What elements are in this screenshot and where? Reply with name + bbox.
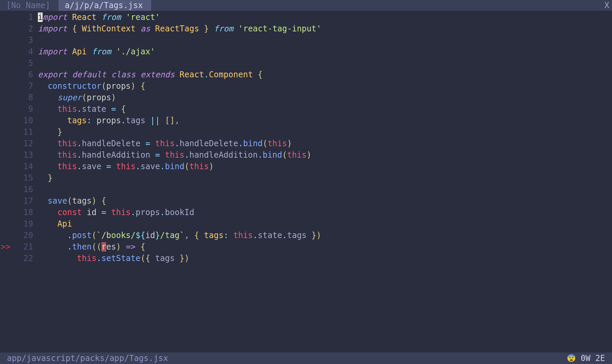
code-line: 10 tags: props.tags || [],: [0, 115, 612, 126]
code-line: 20 .post(`/books/${id}/tag`, { tags: thi…: [0, 230, 612, 241]
code-line: 17 save(tags) {: [0, 195, 612, 207]
code-line: 8 super(props): [0, 92, 612, 103]
code-area[interactable]: 1 import React from 'react' 2 import { W…: [0, 11, 612, 353]
code-line: 16: [0, 184, 612, 195]
code-line: 12 this.handleDelete = this.handleDelete…: [0, 138, 612, 149]
code-line: 5: [0, 57, 612, 69]
line-number: 1: [14, 11, 38, 23]
editor-root: [No Name] a/j/p/a/Tags.jsx X 1 import Re…: [0, 0, 612, 364]
code-line: 4 import Api from './ajax': [0, 46, 612, 57]
status-error-count: 0W 2E: [581, 353, 610, 364]
status-filepath: app/javascript/packs/app/Tags.jsx: [2, 353, 168, 364]
code-line: 15 }: [0, 172, 612, 184]
code-line: 1 import React from 'react': [0, 11, 612, 23]
tabline: [No Name] a/j/p/a/Tags.jsx X: [0, 0, 612, 11]
tab-no-name[interactable]: [No Name]: [0, 0, 58, 11]
sign-column: [0, 11, 14, 23]
lint-highlight: r: [101, 242, 106, 252]
statusline: app/javascript/packs/app/Tags.jsx 😨 0W 2…: [0, 353, 612, 364]
error-sign: >>: [0, 241, 14, 253]
code-line: 9 this.state = {: [0, 103, 612, 115]
code-line: 7 constructor(props) {: [0, 80, 612, 92]
code-line: >> 21 .then((res) => {: [0, 241, 612, 253]
tab-tags-jsx[interactable]: a/j/p/a/Tags.jsx: [58, 0, 151, 11]
code-line: 18 const id = this.props.bookId: [0, 207, 612, 218]
cursor: i: [38, 12, 43, 22]
tabline-filler: [151, 0, 602, 11]
code-line: 3: [0, 34, 612, 46]
code-line: 6 export default class extends React.Com…: [0, 69, 612, 80]
tab-close[interactable]: X: [602, 0, 612, 11]
code-line: 11 }: [0, 126, 612, 138]
code-line: 22 this.setState({ tags }): [0, 253, 612, 264]
status-emoji-icon: 😨: [567, 353, 581, 364]
code-line: 2 import { WithContext as ReactTags } fr…: [0, 23, 612, 34]
code-line: 14 this.save = this.save.bind(this): [0, 161, 612, 172]
code-line: 19 Api: [0, 218, 612, 230]
code-line: 13 this.handleAddition = this.handleAddi…: [0, 149, 612, 161]
